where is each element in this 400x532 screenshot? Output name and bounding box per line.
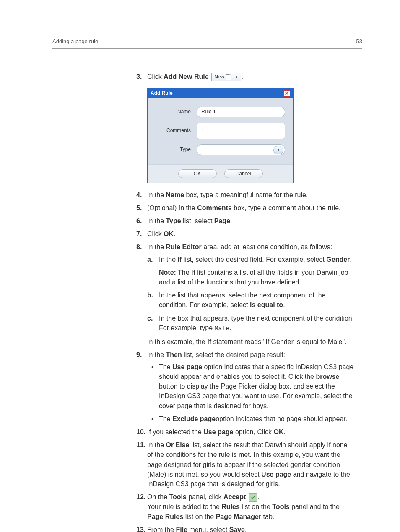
text: . bbox=[283, 301, 285, 308]
bold: Save bbox=[229, 526, 245, 532]
type-label: Type bbox=[156, 146, 191, 153]
bullet-use-page: The Use page option indicates that a spe… bbox=[147, 362, 354, 411]
substep-letter: a. bbox=[147, 255, 153, 264]
arrow-up-icon: ▲ bbox=[233, 75, 238, 80]
step-number: 9. bbox=[136, 350, 142, 360]
text: tab. bbox=[261, 513, 274, 520]
bold: Page bbox=[214, 217, 230, 224]
text: list, select bbox=[181, 217, 214, 224]
close-icon[interactable]: ✕ bbox=[283, 90, 290, 97]
text: . bbox=[230, 324, 231, 331]
name-label: Name bbox=[156, 108, 191, 115]
bold: OK bbox=[164, 230, 174, 237]
comments-row: Comments | bbox=[156, 123, 285, 139]
step-5: 5. (Optional) In the Comments box, type … bbox=[136, 203, 354, 213]
step-number: 8. bbox=[136, 242, 142, 252]
bullet-exclude-page: The Exclude pageoption indicates that no… bbox=[147, 414, 354, 424]
text: In the bbox=[147, 191, 166, 198]
text: . bbox=[174, 230, 175, 237]
bold: Rule Editor bbox=[166, 243, 201, 250]
bold: Tools bbox=[272, 503, 289, 510]
text: On the bbox=[147, 493, 169, 501]
step-12-line2: Your rule is added to the Rules list on … bbox=[147, 502, 354, 521]
text: If you selected the bbox=[147, 428, 203, 436]
new-label: New bbox=[214, 73, 224, 81]
text: In the bbox=[159, 256, 177, 263]
step-number: 12. bbox=[136, 492, 145, 502]
step-number: 10. bbox=[136, 427, 145, 437]
text: The bbox=[159, 363, 172, 370]
step-12: 12. On the Tools panel, click Accept . Y… bbox=[136, 492, 354, 522]
step-8a: a. In the If list, select the desired fi… bbox=[147, 255, 354, 287]
bold: is equal to bbox=[250, 301, 283, 308]
bold: Use page bbox=[261, 471, 291, 478]
bold: Page Rules bbox=[147, 513, 183, 520]
name-value: Rule 1 bbox=[201, 108, 216, 115]
type-row: Type ▼ bbox=[156, 144, 285, 155]
bold: Type bbox=[166, 217, 181, 224]
step-3: 3. Click Add New Rule New ▲ . Add Rule ✕ bbox=[136, 72, 354, 183]
step-number: 11. bbox=[136, 440, 145, 450]
bold: Exclude page bbox=[172, 415, 216, 422]
bold: Use page bbox=[172, 363, 202, 370]
step-11: 11. In the Or Else list, select the resu… bbox=[136, 440, 354, 489]
chevron-down-icon: ▼ bbox=[273, 146, 283, 154]
bold: Tools bbox=[169, 493, 186, 501]
text: button to display the Page Picker dialog… bbox=[159, 383, 353, 409]
note-block: Note: The If list contains a list of all… bbox=[159, 268, 354, 287]
dialog-title: Add Rule bbox=[151, 90, 173, 97]
step-10: 10. If you selected the Use page option,… bbox=[136, 427, 354, 437]
step-number: 7. bbox=[136, 229, 142, 239]
bold: If bbox=[207, 338, 211, 345]
text: box, type a comment about the rule. bbox=[232, 204, 341, 211]
text: option indicates that no page should app… bbox=[216, 415, 347, 422]
text: . bbox=[245, 526, 247, 532]
text: The bbox=[176, 269, 191, 276]
text: list on the bbox=[240, 503, 272, 510]
text: In the bbox=[147, 351, 166, 358]
cancel-button[interactable]: Cancel bbox=[224, 169, 263, 178]
text: statement reads "If Gender is equal to M… bbox=[211, 338, 347, 345]
bold: Page Manager bbox=[216, 513, 261, 520]
text: box, type a meaningful name for the rule… bbox=[184, 191, 308, 198]
text: In the bbox=[147, 441, 166, 449]
comments-label: Comments bbox=[156, 127, 191, 134]
text: The bbox=[159, 415, 172, 422]
step-number: 4. bbox=[136, 190, 142, 200]
new-button-icon: New ▲ bbox=[211, 73, 241, 81]
code-text: Male bbox=[215, 325, 230, 332]
running-header: Adding a page rule 53 bbox=[52, 38, 362, 49]
ok-button[interactable]: OK bbox=[178, 169, 217, 178]
bold: Or Else bbox=[166, 441, 189, 449]
bold: Use page bbox=[203, 428, 233, 436]
note-label: Note: bbox=[159, 269, 176, 276]
text: list, select the desired field. For exam… bbox=[182, 256, 326, 263]
step-13: 13. From the File menu, select Save. bbox=[136, 525, 354, 532]
dot: . bbox=[242, 73, 244, 80]
step-number: 3. bbox=[136, 72, 142, 81]
text: . bbox=[230, 217, 232, 224]
text: (Optional) In the bbox=[147, 204, 197, 211]
text: In the bbox=[147, 217, 166, 224]
content-column: 3. Click Add New Rule New ▲ . Add Rule ✕ bbox=[136, 72, 354, 532]
type-dropdown[interactable]: ▼ bbox=[197, 144, 285, 155]
text: list on the bbox=[183, 513, 216, 520]
substep-letter: c. bbox=[147, 313, 153, 323]
step-4: 4. In the Name box, type a meaningful na… bbox=[136, 190, 354, 200]
text: list, select the desired page result: bbox=[182, 351, 285, 358]
bold: If bbox=[191, 269, 195, 276]
text: Click bbox=[147, 230, 164, 237]
bold: File bbox=[176, 526, 187, 532]
text: Click bbox=[147, 73, 164, 80]
text: From the bbox=[147, 526, 176, 532]
text: In this example, the bbox=[147, 338, 207, 345]
name-input[interactable]: Rule 1 bbox=[197, 107, 285, 117]
bold: Gender bbox=[326, 256, 350, 263]
bold: Add New Rule bbox=[164, 73, 209, 80]
document-icon bbox=[226, 74, 231, 80]
comments-input[interactable]: | bbox=[197, 123, 285, 139]
bold: Accept bbox=[223, 493, 246, 501]
text: menu, select bbox=[187, 526, 229, 532]
dialog-body: Name Rule 1 Comments | Type bbox=[148, 98, 293, 164]
accept-icon bbox=[249, 493, 257, 502]
